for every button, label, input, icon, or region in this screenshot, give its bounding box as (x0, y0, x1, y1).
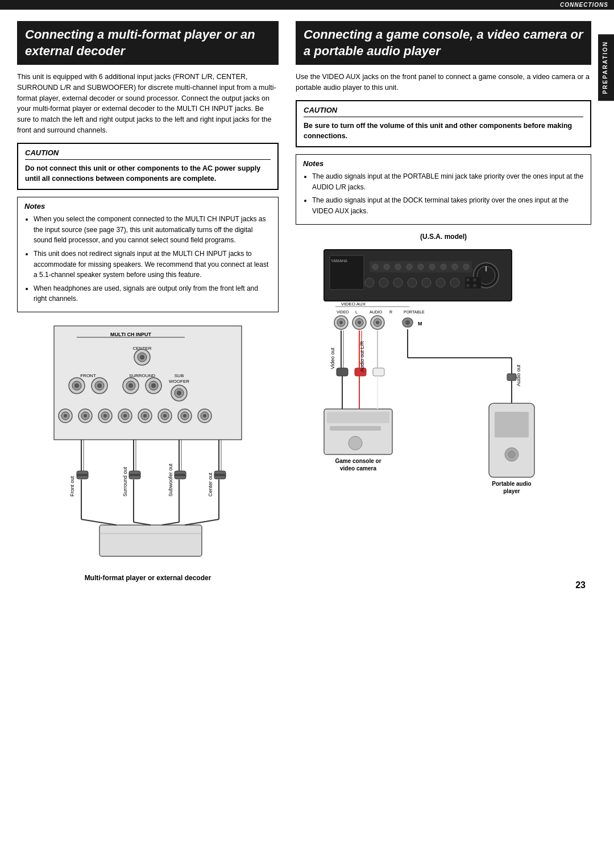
svg-point-120 (358, 321, 361, 324)
right-notes-label: Notes (303, 159, 584, 168)
svg-point-40 (143, 414, 147, 418)
svg-rect-139 (507, 374, 516, 381)
svg-point-102 (450, 278, 459, 287)
left-diagram-area: MULTI CH INPUT CENTER FRONT (17, 320, 279, 582)
svg-point-25 (177, 391, 181, 395)
svg-point-97 (379, 278, 388, 287)
right-body-text: Use the VIDEO AUX jacks on the front pan… (296, 72, 591, 93)
svg-point-43 (163, 414, 167, 418)
right-diagram-svg: YAMAHA (318, 244, 569, 517)
svg-text:Video out: Video out (330, 347, 335, 369)
page-content: Connecting a multi-format player or an e… (0, 10, 614, 599)
left-notes-list: When you select the component connected … (24, 214, 271, 304)
svg-point-34 (103, 414, 107, 418)
svg-rect-146 (330, 426, 381, 431)
svg-text:Front out: Front out (69, 476, 75, 497)
svg-point-95 (463, 264, 469, 270)
svg-point-49 (203, 414, 206, 418)
svg-rect-151 (495, 412, 529, 437)
svg-point-106 (466, 284, 470, 287)
right-note-1: The audio signals input at the PORTABLE … (312, 171, 584, 192)
svg-point-31 (84, 414, 87, 418)
right-caution-text: Be sure to turn off the volume of this u… (304, 121, 583, 142)
left-diagram-caption: Multi-format player or external decoder (85, 574, 211, 582)
svg-rect-133 (337, 368, 348, 376)
svg-point-123 (376, 321, 379, 324)
svg-point-28 (64, 414, 67, 418)
two-column-layout: Connecting a multi-format player or an e… (17, 21, 591, 582)
svg-point-107 (473, 284, 476, 287)
svg-text:Audio out L/R: Audio out L/R (359, 341, 365, 372)
left-column: Connecting a multi-format player or an e… (17, 21, 279, 582)
svg-text:SURROUND: SURROUND (129, 373, 155, 378)
svg-rect-57 (129, 474, 140, 476)
svg-point-10 (74, 383, 79, 388)
svg-point-88 (384, 264, 389, 270)
svg-text:Center out: Center out (208, 472, 213, 497)
right-notes-box: Notes The audio signals input at the POR… (296, 154, 591, 224)
svg-point-20 (151, 383, 156, 388)
left-caution-text: Do not connect this unit or other compon… (25, 163, 271, 185)
svg-point-96 (365, 278, 374, 287)
svg-text:M: M (418, 321, 422, 326)
svg-text:Portable audio: Portable audio (492, 481, 531, 487)
svg-point-91 (418, 264, 424, 270)
side-tab: PREPARATION (598, 34, 614, 101)
left-section-title: Connecting a multi-format player or an e… (17, 21, 279, 65)
model-label: (U.S.A. model) (420, 233, 467, 241)
svg-text:WOOFER: WOOFER (169, 379, 189, 384)
svg-point-145 (349, 436, 362, 450)
svg-point-125 (405, 320, 410, 325)
svg-point-104 (466, 278, 470, 282)
svg-point-46 (183, 414, 186, 418)
page-number: 23 (575, 580, 586, 590)
svg-rect-144 (327, 412, 389, 423)
left-body-text: This unit is equipped with 6 additional … (17, 72, 279, 136)
svg-text:Surround out: Surround out (122, 466, 128, 497)
svg-point-92 (429, 264, 435, 270)
right-caution-box: CAUTION Be sure to turn off the volume o… (296, 100, 591, 148)
svg-point-17 (128, 383, 133, 388)
svg-rect-53 (77, 474, 88, 476)
svg-rect-65 (214, 474, 226, 476)
left-notes-label: Notes (24, 202, 271, 210)
svg-rect-61 (175, 474, 186, 476)
right-column: Connecting a game console, a video camer… (296, 21, 591, 582)
svg-text:player: player (503, 488, 520, 494)
left-caution-box: CAUTION Do not connect this unit or othe… (17, 143, 279, 191)
svg-point-94 (452, 264, 458, 270)
svg-text:VIDEO: VIDEO (337, 310, 349, 314)
svg-point-89 (395, 264, 401, 270)
right-notes-list: The audio signals input at the PORTABLE … (303, 171, 584, 216)
svg-point-6 (140, 355, 144, 359)
svg-text:Game console or: Game console or (335, 458, 381, 464)
svg-rect-70 (99, 525, 202, 556)
svg-text:SUB: SUB (175, 373, 184, 378)
side-tab-text: PREPARATION (602, 41, 608, 94)
top-bar-text: CONNECTIONS (560, 2, 608, 8)
svg-text:video camera: video camera (340, 465, 376, 472)
svg-point-90 (406, 264, 412, 270)
svg-point-153 (508, 451, 515, 458)
svg-text:Audio out: Audio out (516, 364, 521, 386)
left-caution-label: CAUTION (25, 148, 271, 160)
left-notes-box: Notes When you select the component conn… (17, 197, 279, 312)
left-note-2: This unit does not redirect signals inpu… (34, 249, 271, 280)
left-diagram-svg: MULTI CH INPUT CENTER FRONT (43, 320, 253, 571)
svg-point-99 (408, 278, 417, 287)
right-note-2: The audio signals input at the DOCK term… (312, 195, 584, 216)
left-note-1: When you select the component connected … (34, 214, 271, 246)
svg-text:L: L (355, 310, 358, 314)
svg-line-73 (81, 519, 117, 525)
svg-text:YAMAHA: YAMAHA (331, 259, 347, 263)
svg-point-98 (393, 278, 403, 287)
svg-text:Subwoofer out: Subwoofer out (168, 463, 173, 497)
svg-rect-135 (373, 368, 384, 376)
svg-point-101 (436, 278, 445, 287)
svg-line-79 (185, 519, 219, 525)
right-caution-label: CAUTION (304, 106, 583, 117)
svg-text:VIDEO AUX: VIDEO AUX (341, 301, 366, 307)
svg-text:PORTABLE: PORTABLE (404, 310, 425, 314)
svg-point-13 (97, 383, 102, 388)
svg-text:AUDIO: AUDIO (370, 310, 383, 314)
